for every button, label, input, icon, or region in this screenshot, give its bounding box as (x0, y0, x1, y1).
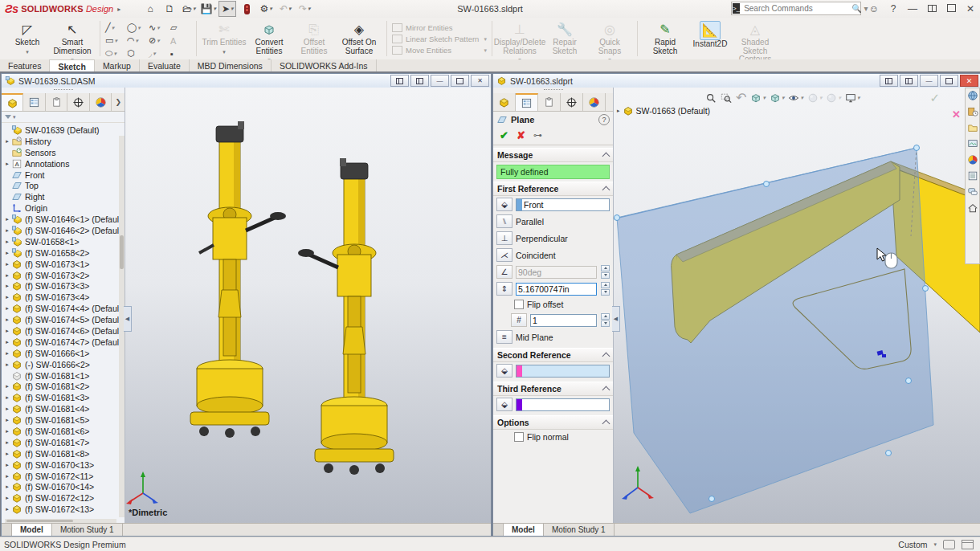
quick-snaps-button[interactable]: ◎ Quick Snaps▾ (587, 20, 632, 65)
circle-tool[interactable]: ◯▾ (127, 22, 148, 34)
motion-tab-grip2[interactable] (493, 524, 504, 536)
tree-item[interactable]: ▸ (f) SW-01681<5> (3, 414, 125, 426)
view-palette-icon[interactable] (967, 138, 978, 149)
assembly-restore-button[interactable] (451, 75, 469, 87)
tree-item[interactable]: ▸ (f) SW-01681<4> (3, 403, 125, 414)
tree-item[interactable]: ▸ (f) SW-01646<1> (Default) (3, 214, 125, 225)
section-view-icon[interactable]: ▾ (750, 92, 766, 104)
minimize-button[interactable]: — (906, 3, 919, 14)
tree-item[interactable]: Origin (3, 202, 125, 214)
instant2d-button[interactable]: 📐 Instant2D (688, 20, 733, 49)
trim-entities-button[interactable]: ✄ Trim Entities▾ (202, 20, 247, 56)
tab-displaymanager[interactable] (90, 93, 112, 111)
expand-arrow-icon[interactable]: ▸ (3, 261, 11, 267)
expand-arrow-icon[interactable]: ▸ (3, 484, 11, 490)
lifecycle-icon[interactable] (238, 1, 255, 17)
status-tag-icon[interactable] (943, 540, 955, 549)
new-document-button[interactable]: 🗋 (161, 1, 178, 17)
smart-dimension-button[interactable]: ↖ Smart Dimension▾ (50, 20, 95, 65)
select-cursor-button[interactable]: ➤▾ (218, 1, 236, 17)
tree-item[interactable]: ▸ (f) SW-01673<2> (3, 270, 125, 281)
expand-arrow-icon[interactable]: ▸ (3, 283, 11, 289)
mid-plane-option[interactable]: ≡ Mid Plane (493, 329, 613, 345)
second-reference-header[interactable]: Second Reference (493, 348, 613, 362)
app-close-button[interactable]: ✕ (964, 3, 977, 14)
tab-features[interactable]: Features (0, 59, 50, 71)
units-dropdown-icon[interactable]: ▾ (933, 541, 937, 548)
pm-tab-displaymanager[interactable] (583, 93, 606, 111)
tree-item[interactable]: Right (3, 191, 125, 202)
tree-item[interactable]: ▸ (f) SW-01673<1> (3, 259, 125, 270)
pm-tab-featuremanager[interactable] (493, 93, 516, 111)
expand-arrow-icon[interactable]: ▸ (3, 328, 11, 334)
part-3d-scene[interactable] (614, 88, 980, 524)
expand-arrow-icon[interactable]: ▸ (3, 439, 11, 446)
angle-input[interactable]: 90deg (516, 266, 597, 279)
options-section-header[interactable]: Options (493, 415, 613, 430)
convert-entities-button[interactable]: Convert Entities▾ (247, 20, 292, 65)
part-close-button[interactable]: ✕ (960, 75, 978, 87)
number-of-planes-input[interactable]: 1 (530, 314, 597, 327)
tree-item[interactable]: ▸ (f) SW-01681<8> (3, 448, 125, 459)
sketch-fillet-tool[interactable]: ◞▾ (149, 47, 169, 59)
tree-filter-row[interactable]: ▾ (2, 112, 125, 123)
expand-arrow-icon[interactable]: ▸ (3, 506, 11, 512)
open-document-button[interactable]: 🗁▾ (180, 1, 198, 17)
tab-markup[interactable]: Markup (95, 59, 140, 71)
pane-right-button[interactable] (410, 75, 429, 87)
tab-propertymanager[interactable] (23, 93, 45, 111)
tree-item[interactable]: ▸ (f) SW-01672<13> (3, 504, 125, 515)
tree-item[interactable]: ▸ (f) SW-01681<7> (3, 437, 125, 448)
offset-spinner[interactable] (601, 282, 610, 296)
tree-item[interactable]: ▸ (f) SW-01681<2> (3, 381, 125, 392)
flip-normal-checkbox[interactable] (514, 432, 524, 442)
tab-solidworks-addins[interactable]: SOLIDWORKS Add-Ins (272, 59, 377, 71)
window-split-button[interactable] (925, 3, 938, 14)
tree-item[interactable]: ▸ Annotations (3, 158, 125, 169)
tree-item[interactable]: ▸ (f) SW-01672<12> (3, 492, 125, 504)
tree-item[interactable]: (f) SW-01681<1> (3, 370, 125, 382)
confirmation-corner-cancel[interactable]: ✕ (952, 108, 961, 120)
pane-right-button2[interactable] (900, 75, 918, 87)
assembly-window-titlebar[interactable]: SW-01639.SLDASM — ✕ (2, 74, 491, 88)
tree-item[interactable]: ▸ (f) SW-01646<2> (Default) (3, 225, 125, 236)
linear-sketch-pattern-button[interactable]: Linear Sketch Pattern▾ (392, 35, 487, 43)
part-minimize-button[interactable]: — (920, 75, 938, 87)
ellipse-tool[interactable]: ⊘▾ (149, 35, 169, 47)
status-pane-icon[interactable] (962, 540, 974, 549)
pm-tab-dimxpertmanager[interactable] (561, 93, 583, 111)
cancel-x-button[interactable]: ✘ (517, 129, 525, 141)
expand-arrow-icon[interactable]: ▸ (3, 305, 11, 312)
previous-view-icon[interactable]: ↶ (736, 90, 746, 105)
offset-on-surface-button[interactable]: ◈ Offset On Surface (337, 20, 382, 55)
panel-grab-handle[interactable] (2, 88, 125, 93)
expand-arrow-icon[interactable]: ▸ (3, 216, 11, 222)
expand-arrow-icon[interactable]: ▸ (3, 138, 11, 145)
tab-featuremanager-tree[interactable] (2, 93, 23, 111)
search-commands-box[interactable]: >_ 🔍 ▾ (731, 2, 861, 15)
pm-tab-configurationmanager[interactable] (538, 93, 561, 111)
resources-home-icon[interactable] (967, 202, 978, 214)
first-reference-header[interactable]: First Reference (493, 182, 613, 196)
redo-button[interactable]: ↷▾ (296, 1, 313, 17)
tree-item[interactable]: ▸ (f) SW-01670<13> (3, 459, 125, 471)
edit-appearance-icon[interactable]: ▾ (807, 92, 823, 104)
number-of-planes-spinner[interactable] (601, 313, 610, 327)
tree-item[interactable]: ▸ SW-01658<1> (3, 236, 125, 247)
expand-arrow-icon[interactable]: ▸ (3, 495, 11, 501)
tab-model-assembly[interactable]: Model (12, 524, 52, 536)
expand-arrow-icon[interactable]: ▸ (3, 473, 11, 480)
arc-tool[interactable]: ◠▾ (127, 35, 148, 47)
first-reference-selection-box[interactable]: Front (516, 198, 610, 211)
expand-arrow-icon[interactable]: ▸ (3, 250, 11, 256)
logo-flyout-arrow-icon[interactable]: ▸ (117, 6, 120, 13)
apply-scene-icon[interactable]: ▾ (826, 92, 841, 104)
display-style-icon[interactable]: ▾ (788, 92, 803, 104)
parallel-option[interactable]: ⑊ Parallel (493, 213, 613, 230)
view-settings-icon[interactable]: ▾ (845, 92, 860, 104)
file-explorer-icon[interactable] (967, 122, 978, 133)
pm-grab-handle[interactable] (493, 88, 613, 93)
search-input[interactable] (742, 3, 851, 14)
move-entities-button[interactable]: Move Entities▾ (392, 46, 487, 55)
second-reference-selection-box[interactable] (516, 365, 610, 378)
